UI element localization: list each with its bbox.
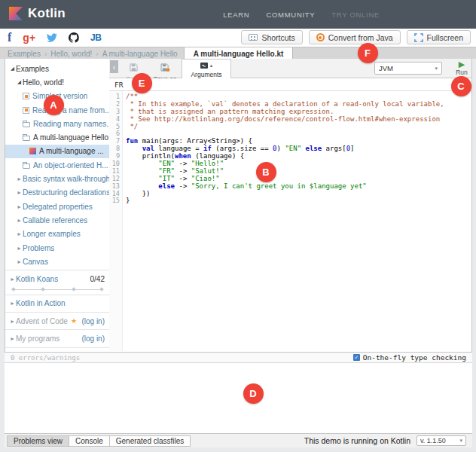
example-icon [23, 107, 29, 114]
sidebar-item-an-object-oriented-h[interactable]: An object-oriented H... [5, 158, 109, 172]
sidebar-item-label: Callable references [23, 216, 87, 224]
code-line[interactable]: } [126, 197, 471, 205]
sidebar-item-longer-examples[interactable]: ▸Longer examples [5, 228, 109, 241]
sidebar-item-advent-of-code[interactable]: ▸Advent of Code★(log in) [5, 314, 109, 328]
sidebar-item-label: Delegated properties [23, 203, 93, 211]
chevron-down-icon: ▾ [459, 438, 462, 444]
convert-label: Convert from Java [328, 33, 393, 42]
breadcrumb-item-a-multi-language-hello[interactable]: A multi-language Hello [102, 50, 178, 58]
caret-expanded-icon[interactable]: ◢ [9, 66, 16, 72]
caret-collapsed-icon[interactable]: ▸ [9, 300, 16, 307]
caret-collapsed-icon[interactable]: ▸ [16, 258, 23, 265]
breadcrumb-item-hello-world[interactable]: Hello, world! [50, 50, 92, 58]
sidebar-separator [5, 329, 109, 330]
caret-collapsed-icon[interactable]: ▸ [16, 231, 23, 237]
arguments-input[interactable]: FR [109, 78, 471, 91]
nav-community[interactable]: COMMUNITY [266, 11, 315, 19]
sidebar-item-hello-world[interactable]: ◢Hello, world! [5, 75, 109, 89]
header-nav: LEARNCOMMUNITYTRY ONLINE [223, 0, 380, 29]
code-line[interactable]: else -> "Sorry, I can't greet you in $la… [126, 183, 471, 191]
sidebar-item-examples[interactable]: ◢Examples [5, 62, 109, 75]
kotlin-version-select[interactable]: v. 1.1.50 ▾ [416, 435, 466, 446]
caret-collapsed-icon[interactable]: ▸ [9, 276, 16, 282]
code-line[interactable]: * See http://kotlinlang.org/docs/referen… [126, 116, 471, 124]
log-in-link[interactable]: (log in) [81, 334, 109, 343]
sidebar-item-label: Problems [23, 244, 54, 252]
code-line[interactable]: */ [126, 124, 471, 131]
caret-collapsed-icon[interactable]: ▸ [16, 189, 23, 196]
kotlin-logo-icon [9, 7, 23, 20]
caret-expanded-icon[interactable]: ◢ [16, 79, 23, 85]
sidebar-item-callable-references[interactable]: ▸Callable references [5, 213, 109, 227]
sidebar-item-label: A multi-language Hello [33, 133, 108, 142]
line-number-gutter: 123456789101112131415 [109, 91, 123, 351]
run-button[interactable]: ▶ Run [453, 60, 471, 76]
sidebar-item-destructuring-declarations-a[interactable]: ▸Destructuring declarations a [5, 186, 109, 200]
caret-collapsed-icon[interactable]: ▸ [9, 335, 16, 342]
save-icon [130, 63, 138, 72]
sidebar-item-label: Canvas [23, 258, 48, 266]
target-platform-value: JVM [379, 64, 393, 72]
sidebar-item-label: Reading many names... [33, 120, 109, 128]
sidebar-collapse-button[interactable]: ‹ [110, 60, 118, 73]
tab-console[interactable]: Console [69, 435, 110, 447]
jetbrains-icon[interactable]: JB [90, 30, 101, 45]
caret-collapsed-icon[interactable]: ▸ [16, 245, 23, 252]
shortcuts-button[interactable]: Shortcuts [241, 30, 302, 44]
sidebar-separator [5, 312, 109, 313]
nav-try-online[interactable]: TRY ONLINE [331, 11, 380, 19]
sidebar-item-label: Hello, world! [23, 78, 64, 87]
sidebar-item-canvas[interactable]: ▸Canvas [5, 255, 109, 268]
target-platform-select[interactable]: JVM ▾ [374, 62, 442, 75]
save-as-icon [160, 63, 170, 72]
tab-problems-view[interactable]: Problems view [7, 435, 69, 447]
console-icon [200, 63, 208, 69]
sidebar-item-a-multi-language[interactable]: A multi-language ... [5, 145, 109, 158]
sidebar-item-delegated-properties[interactable]: ▸Delegated properties [5, 200, 109, 213]
github-icon[interactable] [69, 32, 79, 43]
annotation-marker-b: B [256, 162, 276, 182]
annotation-marker-a: A [44, 95, 64, 115]
sidebar-separator [5, 295, 109, 295]
type-checking-checkbox[interactable]: ✓ [353, 354, 360, 361]
sidebar-item-kotlin-koans[interactable]: ▸Kotlin Koans0/42 [5, 272, 109, 286]
kotlin-version-value: v. 1.1.50 [420, 437, 446, 444]
progress-dot [41, 287, 45, 292]
breadcrumb-item-examples[interactable]: Examples [8, 50, 41, 58]
sidebar-item-a-multi-language-hello[interactable]: A multi-language Hello [5, 130, 109, 144]
shortcuts-label: Shortcuts [261, 33, 294, 42]
code-area[interactable]: 123456789101112131415 /** * In this exam… [109, 91, 471, 351]
sidebar-item-basic-syntax-walk-through[interactable]: ▸Basic syntax walk-through [5, 172, 109, 185]
sidebar-item-reading-many-names[interactable]: Reading many names... [5, 117, 109, 130]
sidebar-item-kotlin-in-action[interactable]: ▸Kotlin in Action [5, 297, 109, 310]
arguments-tab[interactable]: ▴ Arguments [182, 59, 231, 78]
convert-from-java-button[interactable]: Convert from Java [309, 30, 401, 44]
google-plus-icon[interactable]: g+ [23, 30, 35, 45]
sidebar-item-label: Kotlin in Action [16, 299, 66, 307]
fullscreen-button[interactable]: Fullscreen [407, 30, 471, 44]
code-line[interactable]: }) [126, 191, 471, 198]
caret-collapsed-icon[interactable]: ▸ [9, 318, 16, 325]
sidebar-item-my-programs[interactable]: ▸My programs(log in) [5, 331, 109, 345]
icon-toolbar: f g+ JB Shortcuts Convert from Java Full… [0, 29, 476, 47]
tab-generated-classfiles[interactable]: Generated classfiles [109, 435, 191, 447]
star-icon: ★ [71, 317, 77, 325]
log-in-link[interactable]: (log in) [81, 317, 109, 325]
facebook-icon[interactable]: f [8, 30, 11, 45]
caret-collapsed-icon[interactable]: ▸ [16, 203, 23, 210]
example-icon [23, 93, 29, 99]
sidebar-item-problems[interactable]: ▸Problems [5, 241, 109, 255]
caret-collapsed-icon[interactable]: ▸ [16, 176, 23, 182]
annotation-marker-c: C [451, 76, 471, 96]
code-lines[interactable]: /** * In this example, `val` denotes a d… [123, 91, 471, 351]
twitter-icon[interactable] [47, 33, 57, 42]
folder-icon [23, 136, 30, 141]
file-tab-active[interactable]: A multi-language Hello.kt [184, 47, 294, 60]
sidebar-item-label: Advent of Code [16, 317, 68, 325]
caret-collapsed-icon[interactable]: ▸ [16, 217, 23, 224]
progress-line [11, 289, 103, 290]
kotlin-icon [29, 148, 36, 154]
social-links: f g+ JB [8, 30, 101, 45]
nav-learn[interactable]: LEARN [223, 11, 249, 19]
kotlin-logo[interactable]: Kotlin [9, 6, 66, 21]
